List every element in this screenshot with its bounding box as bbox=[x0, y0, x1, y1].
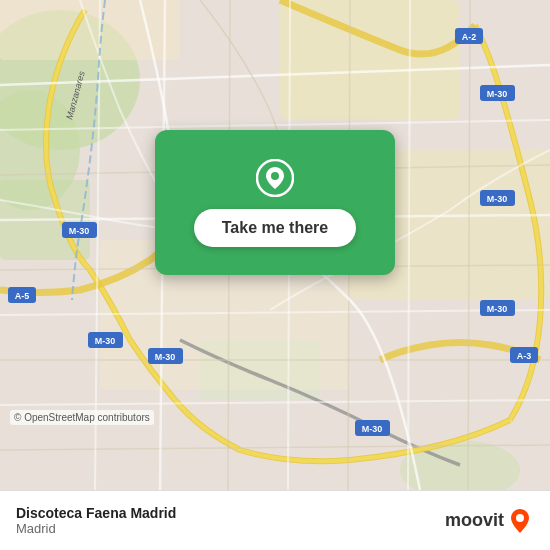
moovit-pin-icon bbox=[506, 507, 534, 535]
svg-text:A-3: A-3 bbox=[517, 351, 532, 361]
location-subtitle: Madrid bbox=[16, 521, 176, 536]
svg-point-49 bbox=[516, 514, 524, 522]
moovit-logo: moovit bbox=[445, 507, 534, 535]
svg-text:M-30: M-30 bbox=[487, 194, 508, 204]
location-title: Discoteca Faena Madrid bbox=[16, 505, 176, 521]
location-pin-icon bbox=[256, 159, 294, 197]
svg-rect-6 bbox=[280, 0, 460, 120]
svg-text:M-30: M-30 bbox=[487, 89, 508, 99]
svg-text:A-5: A-5 bbox=[15, 291, 30, 301]
location-card[interactable]: Take me there bbox=[155, 130, 395, 275]
map-container: A-2 M-30 M-30 M-30 M-30 M-30 M-30 M-30 A… bbox=[0, 0, 550, 490]
svg-point-48 bbox=[271, 172, 279, 180]
svg-text:M-30: M-30 bbox=[69, 226, 90, 236]
osm-attribution: © OpenStreetMap contributors bbox=[10, 410, 154, 425]
moovit-text: moovit bbox=[445, 510, 504, 531]
svg-text:M-30: M-30 bbox=[487, 304, 508, 314]
svg-text:M-30: M-30 bbox=[155, 352, 176, 362]
bottom-bar: Discoteca Faena Madrid Madrid moovit bbox=[0, 490, 550, 550]
location-info: Discoteca Faena Madrid Madrid bbox=[16, 505, 176, 536]
svg-text:M-30: M-30 bbox=[362, 424, 383, 434]
svg-text:A-2: A-2 bbox=[462, 32, 477, 42]
take-me-there-button[interactable]: Take me there bbox=[194, 209, 356, 247]
svg-text:M-30: M-30 bbox=[95, 336, 116, 346]
